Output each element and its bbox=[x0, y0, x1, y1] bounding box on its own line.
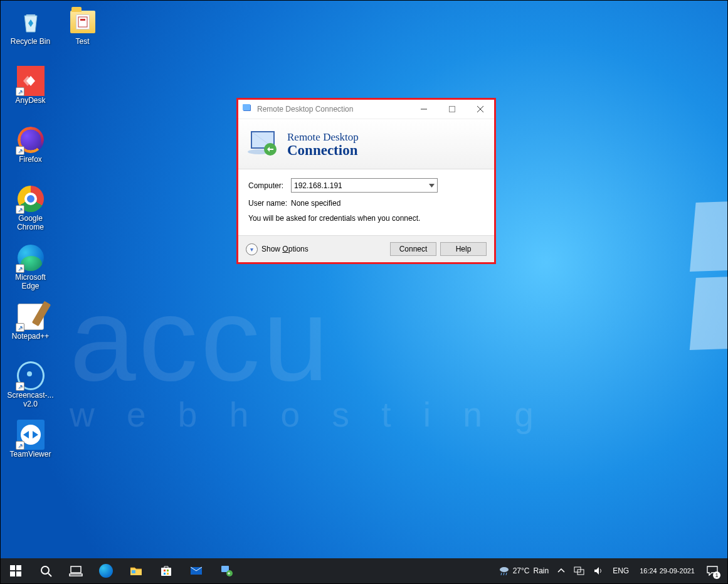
svg-rect-18 bbox=[132, 570, 135, 573]
rdc-app-icon bbox=[242, 104, 253, 115]
desktop-icon-edge[interactable]: ↗ Microsoft Edge bbox=[7, 244, 54, 293]
shortcut-arrow-icon: ↗ bbox=[16, 205, 24, 214]
taskbar-app-rdc[interactable] bbox=[211, 558, 241, 583]
svg-rect-3 bbox=[243, 104, 250, 110]
mail-icon bbox=[189, 564, 203, 578]
edge-icon: ↗ bbox=[17, 244, 45, 272]
tray-chevron[interactable] bbox=[556, 558, 567, 583]
banner: Remote Desktop Connection bbox=[238, 119, 494, 169]
clock-time: 16:24 bbox=[640, 567, 657, 575]
svg-rect-11 bbox=[16, 565, 21, 570]
shortcut-arrow-icon: ↗ bbox=[16, 264, 24, 273]
tray-volume[interactable] bbox=[592, 558, 606, 583]
rdc-icon bbox=[219, 564, 233, 578]
screencast-icon: ↗ bbox=[17, 362, 45, 390]
computer-input[interactable] bbox=[292, 179, 426, 192]
credentials-note: You will be asked for credentials when y… bbox=[248, 214, 484, 223]
shortcut-arrow-icon: ↗ bbox=[16, 146, 24, 155]
search-button[interactable] bbox=[31, 558, 61, 583]
notification-badge: 1 bbox=[713, 571, 720, 579]
svg-rect-5 bbox=[449, 107, 455, 112]
desktop-icon-label: Test bbox=[75, 37, 89, 46]
svg-point-14 bbox=[41, 566, 49, 574]
maximize-button[interactable] bbox=[438, 100, 466, 119]
svg-line-29 bbox=[504, 573, 504, 575]
svg-rect-22 bbox=[164, 573, 166, 575]
window-title: Remote Desktop Connection bbox=[257, 105, 409, 114]
banner-line2: Connection bbox=[287, 144, 359, 157]
taskbar-app-explorer[interactable] bbox=[121, 558, 151, 583]
weather-icon bbox=[498, 564, 510, 578]
taskbar-app-store[interactable] bbox=[151, 558, 181, 583]
close-button[interactable] bbox=[466, 100, 494, 119]
task-view-button[interactable] bbox=[61, 558, 91, 583]
taskbar[interactable]: 27°C Rain ENG 16:24 29-09-2021 bbox=[1, 558, 727, 583]
task-view-icon bbox=[69, 564, 83, 578]
desktop-icon-label: Firefox bbox=[19, 155, 42, 164]
desktop-icon-notepadpp[interactable]: ↗ Notepad++ bbox=[7, 303, 54, 352]
tray-language[interactable]: ENG bbox=[611, 558, 631, 583]
svg-rect-12 bbox=[10, 571, 15, 576]
tray-notifications[interactable]: 1 bbox=[704, 558, 721, 583]
desktop-icon-label: Notepad++ bbox=[12, 332, 49, 341]
shortcut-arrow-icon: ↗ bbox=[16, 87, 24, 96]
svg-line-30 bbox=[506, 573, 507, 575]
file-explorer-icon bbox=[129, 564, 143, 578]
desktop-icon-teamviewer[interactable]: ↗ TeamViewer bbox=[7, 421, 54, 470]
shortcut-arrow-icon: ↗ bbox=[16, 323, 24, 332]
svg-line-15 bbox=[48, 573, 51, 576]
weather-widget[interactable]: 27°C Rain bbox=[496, 558, 551, 583]
desktop[interactable]: accu w e b h o s t i n g Recycle Bin ↗ A… bbox=[1, 1, 727, 583]
clock-date: 29-09-2021 bbox=[660, 567, 695, 575]
watermark: accu w e b h o s t i n g bbox=[70, 270, 545, 435]
svg-rect-1 bbox=[80, 19, 85, 21]
shortcut-arrow-icon: ↗ bbox=[16, 382, 24, 391]
desktop-icon-recycle-bin[interactable]: Recycle Bin bbox=[7, 8, 54, 57]
shortcut-arrow-icon: ↗ bbox=[16, 441, 24, 450]
svg-rect-16 bbox=[71, 566, 81, 573]
desktop-icon-label: TeamViewer bbox=[10, 450, 51, 459]
rdc-window[interactable]: Remote Desktop Connection Remote Desktop… bbox=[236, 98, 496, 264]
combobox-caret-icon[interactable] bbox=[426, 179, 437, 192]
system-tray: 27°C Rain ENG 16:24 29-09-2021 bbox=[496, 558, 727, 583]
recycle-bin-icon bbox=[17, 8, 45, 36]
volume-icon bbox=[594, 566, 604, 575]
taskbar-app-edge[interactable] bbox=[91, 558, 121, 583]
chrome-icon: ↗ bbox=[17, 185, 45, 213]
username-value: None specified bbox=[291, 199, 340, 208]
svg-rect-0 bbox=[78, 17, 87, 27]
show-options-toggle[interactable]: ▾ Show Options bbox=[246, 243, 309, 255]
computer-combobox[interactable] bbox=[291, 178, 438, 193]
desktop-icon-chrome[interactable]: ↗ Google Chrome bbox=[7, 185, 54, 234]
desktop-icon-screencast[interactable]: ↗ Screencast-... v2.0 bbox=[7, 362, 54, 411]
notepadpp-icon: ↗ bbox=[17, 303, 45, 331]
help-button[interactable]: Help bbox=[440, 242, 487, 256]
tray-network[interactable] bbox=[572, 558, 587, 583]
ms-store-icon bbox=[159, 564, 173, 578]
firefox-icon: ↗ bbox=[17, 126, 45, 154]
rdc-banner-icon bbox=[248, 127, 282, 161]
weather-condition: Rain bbox=[533, 566, 549, 575]
edge-icon bbox=[99, 564, 113, 578]
desktop-icon-firefox[interactable]: ↗ Firefox bbox=[7, 126, 54, 175]
anydesk-icon: ↗ bbox=[17, 67, 45, 95]
start-button[interactable] bbox=[1, 558, 31, 583]
desktop-icon-test-folder[interactable]: Test bbox=[59, 8, 106, 57]
teamviewer-icon: ↗ bbox=[17, 421, 45, 449]
tray-clock[interactable]: 16:24 29-09-2021 bbox=[636, 558, 699, 583]
minimize-button[interactable] bbox=[409, 100, 438, 119]
svg-rect-21 bbox=[167, 570, 169, 571]
taskbar-app-mail[interactable] bbox=[181, 558, 211, 583]
username-label: User name: bbox=[248, 199, 291, 208]
windows-logo-icon bbox=[9, 564, 23, 578]
svg-rect-20 bbox=[164, 570, 166, 571]
footer: ▾ Show Options Connect Help bbox=[238, 235, 494, 262]
title-bar[interactable]: Remote Desktop Connection bbox=[238, 100, 494, 119]
svg-rect-19 bbox=[161, 568, 171, 576]
svg-point-27 bbox=[500, 567, 509, 572]
desktop-icon-label: Recycle Bin bbox=[11, 37, 50, 46]
desktop-icon-label: Screencast-... v2.0 bbox=[7, 391, 53, 408]
svg-line-28 bbox=[501, 573, 502, 575]
desktop-icon-anydesk[interactable]: ↗ AnyDesk bbox=[7, 67, 54, 116]
connect-button[interactable]: Connect bbox=[390, 242, 436, 256]
